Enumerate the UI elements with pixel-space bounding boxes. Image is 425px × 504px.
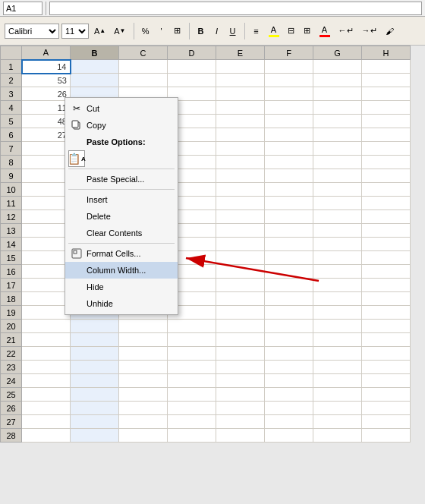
cell-H9[interactable] [362,169,411,183]
cell-E5[interactable] [216,115,265,128]
cell-C25[interactable] [119,388,168,402]
row-header-14[interactable]: 14 [1,238,22,251]
cell-G19[interactable] [313,306,362,320]
cell-H21[interactable] [362,333,411,347]
row-header-7[interactable]: 7 [1,142,22,156]
cell-A19[interactable] [22,306,71,320]
cell-A5[interactable]: 48 [22,115,71,128]
decrease-font-btn[interactable]: A▼ [111,24,128,39]
cell-H26[interactable] [362,402,411,415]
cell-F2[interactable] [265,74,313,87]
cell-G10[interactable] [313,183,362,197]
cell-E19[interactable] [216,306,265,320]
cell-D28[interactable] [168,429,216,443]
percent-btn[interactable]: % [139,24,153,39]
cell-B27[interactable] [71,415,119,429]
cell-F5[interactable] [265,115,313,128]
cell-H20[interactable] [362,320,411,333]
row-header-10[interactable]: 10 [1,183,22,197]
cell-B26[interactable] [71,402,119,415]
menu-item-cut[interactable]: ✂ Cut [65,100,178,117]
bold-btn[interactable]: B [194,24,208,39]
cell-E18[interactable] [216,292,265,306]
cell-H5[interactable] [362,115,411,128]
cell-A12[interactable] [22,210,71,224]
row-header-20[interactable]: 20 [1,320,22,333]
cell-A27[interactable] [22,415,71,429]
cell-E13[interactable] [216,224,265,238]
cell-G20[interactable] [313,320,362,333]
cell-A10[interactable] [22,183,71,197]
cell-E4[interactable] [216,101,265,115]
cell-G6[interactable] [313,128,362,142]
cell-G14[interactable] [313,238,362,251]
cell-A1[interactable]: 14 [22,60,71,74]
row-header-3[interactable]: 3 [1,87,22,101]
font-size-select[interactable]: 11 [61,24,89,39]
font-select[interactable]: Calibri [5,24,59,39]
cell-D23[interactable] [168,361,216,374]
cell-D22[interactable] [168,347,216,361]
row-header-28[interactable]: 28 [1,429,22,443]
cell-F16[interactable] [265,265,313,279]
cell-A24[interactable] [22,374,71,388]
cell-F1[interactable] [265,60,313,74]
cell-F11[interactable] [265,197,313,210]
cell-B1[interactable] [71,60,119,74]
cell-E6[interactable] [216,128,265,142]
cell-F3[interactable] [265,87,313,101]
row-header-9[interactable]: 9 [1,169,22,183]
cell-C21[interactable] [119,333,168,347]
cell-H11[interactable] [362,197,411,210]
cell-E21[interactable] [216,333,265,347]
cell-G24[interactable] [313,374,362,388]
cell-B23[interactable] [71,361,119,374]
cell-H4[interactable] [362,101,411,115]
cell-G5[interactable] [313,115,362,128]
cell-H8[interactable] [362,156,411,169]
row-header-1[interactable]: 1 [1,60,22,74]
cell-D24[interactable] [168,374,216,388]
cell-D2[interactable] [168,74,216,87]
cell-F19[interactable] [265,306,313,320]
cell-A11[interactable] [22,197,71,210]
expand-btn[interactable]: ⊞ [171,24,184,39]
cell-E11[interactable] [216,197,265,210]
cell-F24[interactable] [265,374,313,388]
row-header-26[interactable]: 26 [1,402,22,415]
cell-F7[interactable] [265,142,313,156]
cell-A9[interactable] [22,169,71,183]
menu-item-insert[interactable]: Insert [65,191,178,208]
cell-B22[interactable] [71,347,119,361]
cell-C1[interactable] [119,60,168,74]
menu-item-copy[interactable]: Copy [65,117,178,134]
merge-btn[interactable]: ⊞ [301,24,314,39]
cell-E20[interactable] [216,320,265,333]
cell-G21[interactable] [313,333,362,347]
cell-C28[interactable] [119,429,168,443]
cell-G27[interactable] [313,415,362,429]
align-left-btn[interactable]: ≡ [250,24,263,39]
highlight-color-btn[interactable]: A [266,24,282,39]
paint-btn[interactable]: 🖌 [382,24,397,39]
cell-F15[interactable] [265,251,313,265]
cell-H12[interactable] [362,210,411,224]
cell-E3[interactable] [216,87,265,101]
row-header-6[interactable]: 6 [1,128,22,142]
cell-F10[interactable] [265,183,313,197]
cell-G15[interactable] [313,251,362,265]
cell-G13[interactable] [313,224,362,238]
cell-H27[interactable] [362,415,411,429]
cell-A23[interactable] [22,361,71,374]
cell-G28[interactable] [313,429,362,443]
cell-H10[interactable] [362,183,411,197]
row-header-25[interactable]: 25 [1,388,22,402]
col-header-D[interactable]: D [168,46,216,60]
cell-H7[interactable] [362,142,411,156]
cell-H16[interactable] [362,265,411,279]
cell-G18[interactable] [313,292,362,306]
row-header-19[interactable]: 19 [1,306,22,320]
cell-H18[interactable] [362,292,411,306]
cell-B2[interactable] [71,74,119,87]
row-header-23[interactable]: 23 [1,361,22,374]
